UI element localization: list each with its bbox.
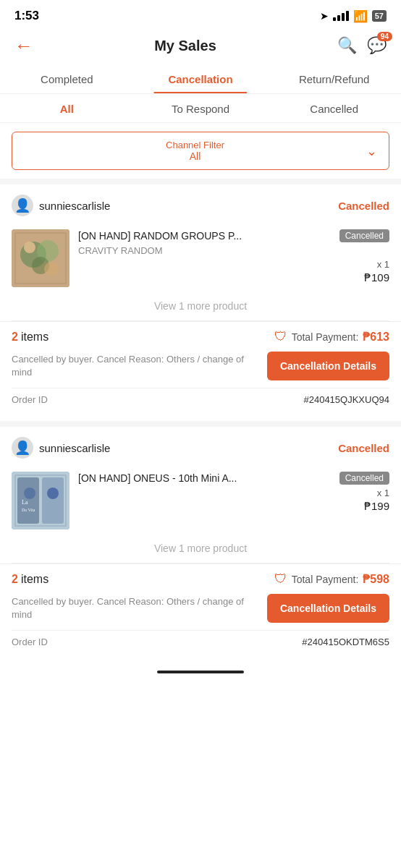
navigation-icon: ➤: [320, 10, 329, 22]
channel-filter-label: Channel Filter: [166, 140, 224, 150]
total-amount: ₱598: [363, 572, 389, 586]
avatar: 👤: [12, 437, 33, 459]
product-qty: x 1: [78, 488, 389, 498]
product-name: [ON HAND] ONEUS - 10th Mini A...: [78, 472, 334, 485]
status-icons: ➤ 📶 57: [320, 9, 387, 23]
product-row: [ON HAND] RANDOM GROUPS P... Cancelled C…: [0, 224, 401, 294]
product-badge: Cancelled: [339, 229, 389, 242]
channel-filter[interactable]: Channel Filter All ⌄: [12, 132, 389, 170]
user-icon: 👤: [14, 197, 30, 213]
page-title: My Sales: [154, 38, 216, 54]
svg-point-4: [24, 242, 35, 253]
cancel-reason: Cancelled by buyer. Cancel Reason: Other…: [12, 353, 258, 379]
status-time: 1:53: [14, 9, 39, 23]
tab-return-refund[interactable]: Return/Refund: [267, 64, 401, 93]
tab-cancellation[interactable]: Cancellation: [134, 64, 268, 93]
svg-point-5: [44, 262, 59, 276]
svg-rect-8: [17, 477, 39, 524]
search-button[interactable]: 🔍: [337, 36, 357, 55]
tab-all[interactable]: All: [0, 94, 134, 122]
order-card: 👤 sunniescarlisle Cancelled La Da Vita […: [0, 421, 401, 663]
header-icons: 🔍 💬 94: [337, 36, 387, 55]
order-footer: 2items 🛡 Total Payment: ₱598 Cancelled b…: [0, 563, 401, 663]
product-image: La Da Vita: [12, 472, 69, 529]
order-header: 👤 sunniescarlisle Cancelled: [0, 184, 401, 224]
avatar: 👤: [12, 195, 33, 216]
total-label: Total Payment:: [292, 331, 359, 343]
items-count: 2items: [12, 331, 48, 344]
messages-button[interactable]: 💬 94: [367, 36, 387, 55]
order-id-label: Order ID: [12, 394, 48, 405]
total-amount: ₱613: [363, 330, 389, 344]
svg-text:La: La: [22, 499, 28, 506]
chevron-down-icon: ⌄: [366, 143, 377, 159]
order-id-row: Order ID #240415QJKXUQ94: [12, 388, 389, 414]
product-badge: Cancelled: [339, 472, 389, 485]
svg-rect-9: [42, 477, 64, 524]
total-label: Total Payment:: [292, 574, 359, 585]
order-header: 👤 sunniescarlisle Cancelled: [0, 427, 401, 466]
tab-cancelled[interactable]: Cancelled: [267, 94, 401, 122]
product-thumbnail: [12, 229, 69, 287]
items-count: 2items: [12, 573, 48, 586]
channel-filter-value: All: [190, 150, 201, 162]
view-more-button[interactable]: View 1 more product: [0, 537, 401, 563]
status-bar: 1:53 ➤ 📶 57: [0, 0, 401, 29]
cancellation-details-button[interactable]: Cancellation Details: [267, 352, 389, 380]
order-id-value: #240415QJKXUQ94: [303, 394, 389, 405]
signal-icon: [333, 11, 349, 21]
seller-name: sunniescarlisle: [39, 442, 110, 454]
home-indicator: [157, 671, 244, 673]
wifi-icon: 📶: [353, 9, 368, 23]
cancel-reason: Cancelled by buyer. Cancel Reason: Other…: [12, 595, 258, 621]
view-more-button[interactable]: View 1 more product: [0, 294, 401, 320]
product-row: La Da Vita [ON HAND] ONEUS - 10th Mini A…: [0, 466, 401, 537]
user-icon: 👤: [14, 440, 30, 456]
product-info: [ON HAND] ONEUS - 10th Mini A... Cancell…: [78, 472, 389, 513]
order-status: Cancelled: [338, 442, 389, 454]
product-price: ₱199: [78, 500, 389, 513]
product-image: [12, 229, 69, 287]
svg-text:Da Vita: Da Vita: [22, 508, 35, 512]
shield-icon: 🛡: [274, 329, 287, 344]
search-icon: 🔍: [337, 36, 357, 54]
back-button[interactable]: ←: [14, 36, 33, 55]
product-name: [ON HAND] RANDOM GROUPS P...: [78, 229, 334, 242]
tab-to-respond[interactable]: To Respond: [134, 94, 268, 122]
order-footer: 2items 🛡 Total Payment: ₱613 Cancelled b…: [0, 321, 401, 421]
order-card: 👤 sunniescarlisle Cancelled [ON HAND] RA…: [0, 179, 401, 421]
product-info: [ON HAND] RANDOM GROUPS P... Cancelled C…: [78, 229, 389, 284]
product-thumbnail: La Da Vita: [12, 472, 69, 529]
seller-name: sunniescarlisle: [39, 200, 110, 212]
order-status: Cancelled: [338, 200, 389, 212]
message-badge: 94: [377, 32, 392, 41]
svg-point-12: [24, 488, 35, 499]
cancellation-details-button[interactable]: Cancellation Details: [267, 594, 389, 623]
product-qty: x 1: [78, 259, 389, 270]
primary-tabs: Completed Cancellation Return/Refund: [0, 64, 401, 94]
battery-icon: 57: [372, 10, 387, 22]
header: ← My Sales 🔍 💬 94: [0, 29, 401, 64]
secondary-tabs: All To Respond Cancelled: [0, 94, 401, 123]
svg-point-13: [47, 488, 59, 499]
product-price: ₱109: [78, 271, 389, 284]
shield-icon: 🛡: [274, 571, 287, 587]
order-id-label: Order ID: [12, 637, 48, 647]
order-id-value: #240415OKDTM6S5: [302, 637, 389, 647]
product-subtitle: CRAVITY RANDOM: [78, 245, 389, 256]
tab-completed[interactable]: Completed: [0, 64, 134, 93]
order-id-row: Order ID #240415OKDTM6S5: [12, 630, 389, 656]
